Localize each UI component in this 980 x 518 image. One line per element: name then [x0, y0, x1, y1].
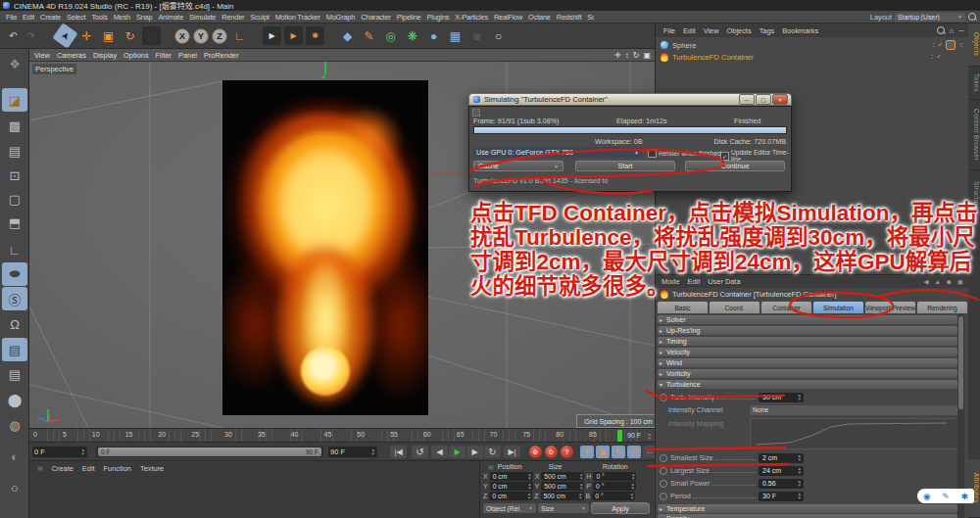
play-backwards-button[interactable]: ↺: [412, 446, 428, 458]
magnet-snap-icon[interactable]: Ω: [2, 312, 27, 336]
menu-select[interactable]: Select: [67, 13, 85, 22]
gpu-dropdown[interactable]: Use GPU 0: GeForce GTX 750 ▼: [473, 147, 642, 158]
menu-render[interactable]: Render: [221, 13, 244, 22]
points-mode-icon[interactable]: ⊡: [2, 164, 27, 187]
keyframe-help-button[interactable]: ?: [561, 446, 573, 458]
material-sphere2-icon[interactable]: ◍: [2, 413, 27, 437]
lock-z-axis-button[interactable]: Z: [212, 28, 227, 44]
enabled-check-icon[interactable]: ✓: [936, 53, 942, 61]
om-menu-view[interactable]: View: [704, 26, 719, 35]
previous-frame-button[interactable]: ◀: [431, 446, 448, 458]
om-menu-tags[interactable]: Tags: [760, 26, 775, 35]
tab-takes[interactable]: Takes: [968, 67, 980, 100]
section-vorticity[interactable]: Vorticity: [658, 369, 957, 378]
coord-mode-dropdown[interactable]: Object (Rel. ▼: [483, 503, 536, 513]
rotate-view-icon[interactable]: ↻: [633, 51, 640, 60]
pos-x-field[interactable]: 0 cm: [490, 472, 533, 481]
visibility-dots-icon[interactable]: ∶: [931, 53, 933, 62]
rot-p-field[interactable]: 0 °: [593, 482, 636, 491]
tab-coord[interactable]: Coord.: [710, 302, 760, 313]
section-upresing[interactable]: Up-Res'ing: [658, 326, 957, 335]
make-editable-icon[interactable]: ❖: [2, 52, 27, 75]
rot-b-field[interactable]: 0 °: [592, 492, 635, 500]
lock-x-axis-button[interactable]: X: [174, 28, 190, 44]
menu-pipeline[interactable]: Pipeline: [397, 13, 421, 22]
dialog-title-bar[interactable]: Simulating "TurbulenceFD Container" ─ ▢ …: [468, 93, 792, 106]
loop-button[interactable]: ↻: [484, 446, 501, 458]
om-menu-edit[interactable]: Edit: [683, 26, 696, 35]
lock-workplane-icon[interactable]: ▤: [2, 338, 27, 361]
range-end-field[interactable]: 90 F: [328, 447, 377, 457]
zoom-view-icon[interactable]: ↕: [625, 51, 629, 60]
om-minus-icon[interactable]: ─: [958, 27, 963, 34]
tab-simulation[interactable]: Simulation: [813, 302, 863, 313]
next-frame-button[interactable]: ▶: [466, 446, 483, 458]
section-density[interactable]: Density: [658, 514, 957, 518]
cache-dropdown[interactable]: Cache ▼: [473, 161, 564, 171]
section-wind[interactable]: Wind: [658, 358, 957, 367]
material-menu-function[interactable]: Function: [104, 464, 131, 473]
menu-realflow[interactable]: RealFlow: [494, 13, 522, 22]
render-when-finished-checkbox[interactable]: Render when finished: [648, 149, 721, 158]
goto-start-button[interactable]: |◀: [390, 446, 407, 458]
range-start-field[interactable]: 0 F: [32, 447, 87, 457]
timeline-ruler[interactable]: 05 1015 2025 3035 4045 5055 6065 7075 80…: [29, 428, 655, 443]
small-power-field[interactable]: 0.56: [759, 479, 804, 489]
search-icon[interactable]: [968, 13, 976, 21]
texture-mode-icon[interactable]: ▩: [2, 114, 27, 137]
viewport-menu-panel[interactable]: Panel: [178, 51, 197, 60]
material-sphere3-icon[interactable]: ◐: [2, 445, 27, 468]
menu-xparticles[interactable]: X-Particles: [455, 13, 488, 22]
object-row-tfd-container[interactable]: TurbulenceFD Container ∶ ✓: [656, 51, 967, 63]
add-camera-button[interactable]: ◙: [467, 26, 486, 45]
section-timing[interactable]: Timing: [658, 337, 957, 346]
key-position-toggle[interactable]: ✛: [580, 446, 594, 458]
apply-button[interactable]: Apply: [591, 502, 650, 514]
menu-motion-tracker[interactable]: Motion Tracker: [275, 13, 320, 22]
material-menu-create[interactable]: Create: [52, 464, 74, 473]
object-name[interactable]: Sphere: [672, 41, 697, 50]
menu-script[interactable]: Script: [587, 13, 594, 22]
section-temperature[interactable]: Temperature: [658, 504, 957, 513]
material-menu-texture[interactable]: Texture: [140, 464, 164, 473]
turb-intensity-field[interactable]: 30 cm: [759, 393, 804, 402]
workplane-options-icon[interactable]: ▤: [2, 362, 27, 386]
menu-sculpt[interactable]: Sculpt: [250, 13, 269, 22]
key-scale-toggle[interactable]: ▣: [596, 446, 610, 458]
coordinate-system-button[interactable]: ∟: [230, 26, 249, 45]
tab-container[interactable]: Container: [761, 302, 811, 313]
last-tool-icon[interactable]: ▦: [142, 26, 161, 45]
size-x-field[interactable]: 500 cm: [541, 472, 584, 481]
object-name[interactable]: TurbulenceFD Container: [672, 53, 754, 62]
rot-h-field[interactable]: 0 °: [593, 472, 636, 481]
tab-content-browser[interactable]: Content Browser: [968, 100, 980, 170]
tfd-emitter-tag-icon[interactable]: [946, 40, 956, 50]
add-light-button[interactable]: ○: [489, 26, 508, 45]
om-home-icon[interactable]: ⌂: [950, 26, 955, 35]
om-menu-objects[interactable]: Objects: [727, 26, 752, 35]
redo-button[interactable]: ↷: [24, 26, 38, 45]
add-field-button[interactable]: ●: [424, 26, 443, 45]
particle-tag-icon[interactable]: ⁖: [958, 41, 963, 50]
dialog-maximize-button[interactable]: ▢: [756, 94, 771, 105]
snap-settings-icon[interactable]: Ⓢ: [2, 287, 27, 310]
edges-mode-icon[interactable]: ▢: [2, 187, 27, 211]
material-menu-edit[interactable]: Edit: [82, 464, 95, 473]
scale-tool[interactable]: ▣: [99, 26, 118, 45]
add-spline-button[interactable]: ✎: [360, 26, 378, 45]
capture-pen-icon[interactable]: ✎: [942, 492, 950, 501]
record-keyframe-button[interactable]: ⊘: [529, 446, 542, 458]
enabled-check-icon[interactable]: ✓: [937, 41, 943, 49]
menu-tools[interactable]: Tools: [91, 13, 107, 22]
menu-edit[interactable]: Edit: [23, 13, 34, 22]
smallest-size-field[interactable]: 2 cm: [759, 453, 804, 463]
menu-redshift[interactable]: Redshift: [557, 13, 582, 22]
pan-view-icon[interactable]: ✛: [614, 51, 621, 60]
attribute-scrollbar[interactable]: [957, 314, 964, 518]
menu-file[interactable]: File: [6, 13, 17, 22]
render-to-picture-viewer-button[interactable]: ▶: [284, 26, 303, 45]
toggle-view-icon[interactable]: ▣: [643, 51, 651, 60]
add-floor-button[interactable]: ▦: [446, 26, 465, 45]
om-search-icon[interactable]: [937, 26, 945, 34]
material-sphere4-icon[interactable]: ○: [2, 476, 27, 499]
